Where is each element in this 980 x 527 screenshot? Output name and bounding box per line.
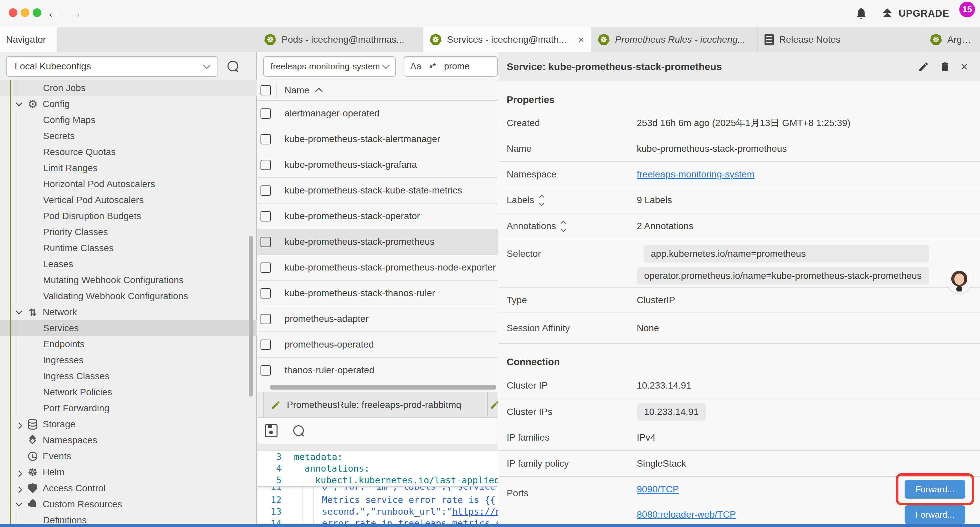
forward-button[interactable]: Forward... — [905, 505, 965, 524]
table-row[interactable]: kube-prometheus-stack-operator — [258, 204, 498, 229]
row-checkbox[interactable] — [261, 237, 271, 247]
tab-navigator[interactable]: Navigator — [0, 27, 57, 52]
forward-button[interactable]: Forward... — [905, 480, 965, 498]
user-avatar[interactable] — [948, 269, 970, 291]
row-checkbox[interactable] — [261, 134, 271, 145]
chevron-icon[interactable] — [15, 500, 23, 509]
row-checkbox[interactable] — [261, 339, 271, 350]
sidebar-item[interactable]: ⚙ ⇅ ☸ Config — [0, 96, 257, 112]
expand-collapse-icon[interactable] — [562, 221, 565, 231]
sidebar-item[interactable]: ⚙ ⇅ ☸ Leases — [0, 256, 257, 272]
sidebar-item[interactable]: ⚙ ⇅ ☸ Horizontal Pod Autoscalers — [0, 176, 257, 192]
sidebar-item[interactable]: ⚙ ⇅ ☸ Mutating Webhook Configurations — [0, 272, 257, 288]
namespace-link[interactable]: freeleaps-monitoring-system — [637, 169, 754, 180]
regex-toggle[interactable]: ▪* — [429, 61, 436, 72]
row-checkbox[interactable] — [261, 314, 271, 324]
select-all-checkbox[interactable] — [261, 85, 271, 96]
cluster-tab[interactable]: ☸ Prometheus Rules - icecheng... — [591, 27, 758, 52]
row-checkbox[interactable] — [261, 288, 271, 299]
chevron-icon[interactable] — [15, 468, 23, 477]
back-arrow-icon[interactable]: ← — [47, 5, 60, 21]
table-row[interactable]: alertmanager-operated — [258, 101, 498, 126]
sidebar-item[interactable]: ⚙ ⇅ ☸ Ingresses — [0, 352, 257, 368]
cluster-tab[interactable]: ☸ Services - icecheng@math... × — [423, 27, 591, 52]
labels-value[interactable]: 9 Labels — [637, 195, 672, 205]
cluster-tab[interactable]: ☸ Pods - icecheng@mathmas... — [258, 27, 423, 52]
row-checkbox[interactable] — [261, 263, 271, 273]
sidebar-item[interactable]: ⚙ ⇅ ☸ Vertical Pod Autoscalers — [0, 192, 257, 208]
kubeconfig-selector[interactable]: Local Kubeconfigs — [6, 56, 218, 77]
close-icon[interactable]: × — [961, 61, 968, 72]
row-checkbox[interactable] — [261, 211, 271, 221]
table-row[interactable]: kube-prometheus-stack-grafana — [258, 152, 498, 178]
sidebar-item[interactable]: ⚙ ⇅ ☸ Priority Classes — [0, 224, 257, 240]
sidebar-item[interactable]: ⚙ ⇅ ☸ Ingress Classes — [0, 368, 257, 384]
sidebar-item[interactable]: ⚙ ⇅ ☸ Validating Webhook Configurations — [0, 288, 257, 304]
horizontal-scrollbar[interactable] — [270, 385, 496, 390]
editor-tab-partial[interactable] — [487, 392, 498, 417]
sidebar-item[interactable]: ⚙ ⇅ ☸ Custom Resources — [0, 496, 257, 512]
row-checkbox[interactable] — [261, 108, 271, 119]
sidebar-item[interactable]: ⚙ ⇅ ☸ Access Control — [0, 480, 257, 496]
table-row[interactable]: kube-prometheus-stack-kube-state-metrics — [258, 178, 498, 204]
sidebar-search-icon[interactable] — [228, 61, 238, 72]
notification-count-badge[interactable]: 15 — [959, 2, 975, 18]
sidebar-item[interactable]: ⚙ ⇅ ☸ Helm — [0, 464, 257, 480]
chevron-icon[interactable] — [15, 100, 23, 108]
annotations-value[interactable]: 2 Annotations — [637, 221, 694, 231]
sidebar-item[interactable]: ⚙ ⇅ ☸ Config Maps — [0, 112, 257, 128]
chevron-icon[interactable] — [15, 484, 23, 493]
window-zoom-button[interactable] — [33, 8, 41, 17]
chevron-icon[interactable] — [15, 308, 23, 317]
sidebar-item[interactable]: ⚙ ⇅ ☸ Network Policies — [0, 384, 257, 400]
sidebar-item[interactable]: ⚙ ⇅ ☸ Storage — [0, 416, 257, 432]
row-checkbox[interactable] — [261, 185, 271, 196]
namespace-selector[interactable]: freeleaps-monitoring-system — [263, 56, 396, 77]
sidebar-item[interactable]: ⚙ ⇅ ☸ Resource Quotas — [0, 144, 257, 160]
sidebar-item[interactable]: ⚙ ⇅ ☸ Pod Disruption Budgets — [0, 208, 257, 224]
sidebar-item[interactable]: ⚙ ⇅ ☸ Cron Jobs — [0, 80, 257, 96]
port-link[interactable]: 8080:reloader-web/TCP — [637, 509, 736, 520]
sidebar-item[interactable]: ⚙ ⇅ ☸ Network — [0, 304, 257, 320]
cluster-tab[interactable]: ☸ Argo Se — [923, 27, 980, 52]
code-link[interactable]: https://net — [452, 506, 498, 517]
sidebar-item[interactable]: ⚙ ⇅ ☸ Runtime Classes — [0, 240, 257, 256]
upgrade-button[interactable]: UPGRADE — [881, 6, 949, 21]
sidebar-item[interactable]: ⚙ ⇅ ☸ Endpoints — [0, 336, 257, 352]
selector-chips: app.kubernetes.io/name=prometheus operat… — [637, 239, 929, 285]
sidebar-item[interactable]: ⚙ ⇅ ☸ Services — [0, 320, 257, 336]
sidebar-item[interactable]: ⚙ ⇅ ☸ Events — [0, 448, 257, 464]
editor-search-icon[interactable] — [293, 425, 304, 436]
forward-arrow-icon[interactable]: → — [69, 5, 82, 21]
table-row[interactable]: prometheus-adapter — [258, 306, 498, 332]
service-search-input[interactable]: Aa ▪* prome — [404, 56, 498, 77]
window-close-button[interactable] — [9, 8, 18, 17]
sidebar-item[interactable]: ⚙ ⇅ ☸ Port Forwarding — [0, 400, 257, 416]
edit-pencil-icon[interactable] — [918, 61, 929, 72]
table-row[interactable]: kube-prometheus-stack-thanos-ruler — [258, 280, 498, 306]
notifications-bell-icon[interactable] — [854, 6, 868, 21]
sidebar-item[interactable]: ⚙ ⇅ ☸ Limit Ranges — [0, 160, 257, 176]
row-checkbox[interactable] — [261, 160, 271, 170]
table-row[interactable]: kube-prometheus-stack-prometheus — [258, 229, 498, 255]
table-row[interactable]: prometheus-operated — [258, 332, 498, 358]
sidebar-item[interactable]: ⚙ ⇅ ☸ Secrets — [0, 128, 257, 144]
chevron-icon[interactable] — [15, 420, 23, 428]
yaml-editor[interactable]: 3 metadata: 4 annotations: 5 kubectl.ku — [258, 451, 498, 527]
editor-tab[interactable]: PrometheusRule: freeleaps-prod-rabbitmq — [263, 392, 485, 417]
window-minimize-button[interactable] — [21, 8, 29, 17]
table-row[interactable]: kube-prometheus-stack-alertmanager — [258, 126, 498, 152]
name-column-header[interactable]: Name — [285, 85, 321, 96]
tab-close-icon[interactable]: × — [578, 34, 584, 45]
port-link[interactable]: 9090/TCP — [637, 484, 679, 495]
case-sensitive-toggle[interactable]: Aa — [410, 61, 421, 72]
delete-trash-icon[interactable] — [939, 61, 951, 72]
sidebar-item[interactable]: ⚙ ⇅ ☸ Namespaces — [0, 432, 257, 448]
save-icon[interactable] — [265, 424, 277, 437]
row-checkbox[interactable] — [261, 365, 271, 376]
table-row[interactable]: thanos-ruler-operated — [258, 358, 498, 383]
cluster-tab[interactable]: ☸ Release Notes — [758, 27, 923, 52]
expand-collapse-icon[interactable] — [540, 196, 544, 205]
sidebar-scrollbar[interactable] — [249, 236, 253, 396]
table-row[interactable]: kube-prometheus-stack-prometheus-node-ex… — [258, 255, 498, 280]
